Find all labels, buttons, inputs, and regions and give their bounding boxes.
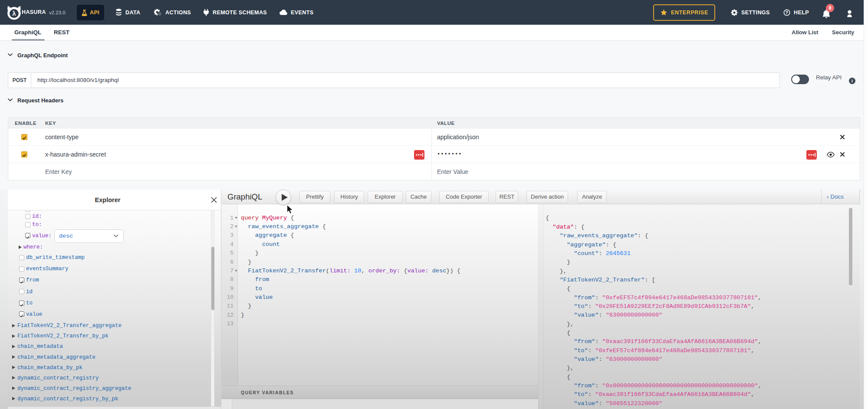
svg-text:?: ?: [786, 10, 789, 15]
svg-text:λ: λ: [12, 10, 16, 17]
